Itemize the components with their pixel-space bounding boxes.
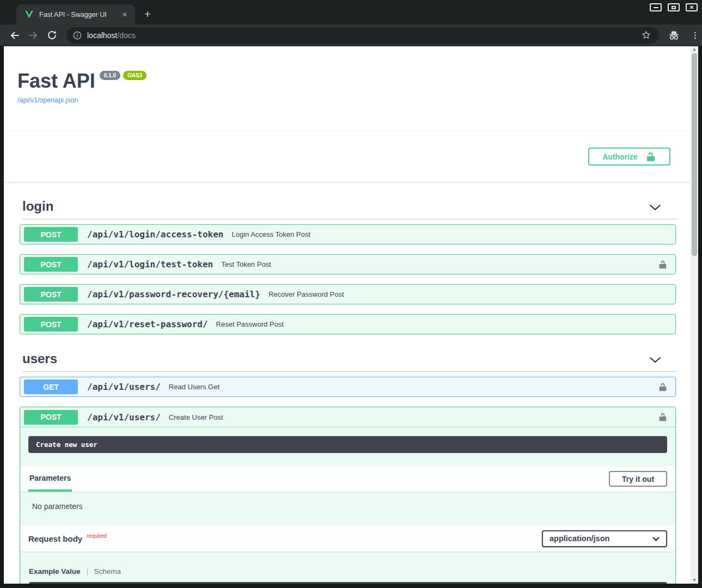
operation-row[interactable]: POST /api/v1/password-recovery/{email} R… <box>20 284 676 304</box>
example-schema-tabs: Example Value Schema <box>29 567 667 575</box>
operation-row[interactable]: POST /api/v1/users/ Create User Post <box>20 407 675 427</box>
unlock-icon <box>658 412 668 422</box>
try-it-out-button[interactable]: Try it out <box>609 471 667 487</box>
method-badge: POST <box>24 410 78 425</box>
api-info: Fast API0.1.0OAS3 /api/v1/openapi.json <box>4 46 691 104</box>
method-badge: POST <box>24 257 78 272</box>
chevron-down-icon[interactable] <box>649 203 661 213</box>
auth-lock-button[interactable] <box>656 410 670 424</box>
browser-tab[interactable]: Fast API - Swagger UI ✕ <box>16 4 135 24</box>
unlock-icon <box>658 382 668 392</box>
minimize-icon <box>654 7 658 8</box>
endpoint-summary: Create User Post <box>169 413 223 421</box>
openapi-spec-link[interactable]: /api/v1/openapi.json <box>17 96 691 104</box>
site-info-icon[interactable] <box>73 31 82 40</box>
section-header-users[interactable]: users <box>22 351 677 372</box>
maximize-icon <box>672 6 676 9</box>
tab-schema[interactable]: Schema <box>87 567 121 575</box>
endpoint-summary: Read Users Get <box>169 383 219 391</box>
url-host: localhost <box>87 31 117 40</box>
endpoint-summary: Test Token Post <box>221 260 271 268</box>
window-maximize-button[interactable] <box>668 3 680 11</box>
browser-titlebar: Fast API - Swagger UI ✕ + ✕ <box>0 0 702 24</box>
operation-description-code: Create new user <box>28 436 667 453</box>
endpoint-path: /api/v1/login/access-token <box>87 229 223 240</box>
authorize-label: Authorize <box>602 152 638 161</box>
browser-menu-icon[interactable]: ⋮ <box>691 31 699 39</box>
back-icon[interactable] <box>7 30 23 41</box>
request-body-label: Request body <box>28 534 82 543</box>
nav-buttons <box>0 30 60 41</box>
endpoint-path: /api/v1/login/test-token <box>87 259 213 270</box>
operation-expanded: POST /api/v1/users/ Create User Post Cre… <box>20 407 676 584</box>
chevron-down-icon[interactable] <box>649 356 661 365</box>
auth-lock-button[interactable] <box>656 258 670 272</box>
operation-row[interactable]: POST /api/v1/reset-password/ Reset Passw… <box>20 314 676 334</box>
unlock-icon <box>658 260 668 270</box>
auth-lock-button[interactable] <box>656 380 670 394</box>
url-text: localhost/docs <box>87 31 136 40</box>
browser-toolbar: localhost/docs ⋮ <box>0 24 702 46</box>
endpoint-path: /api/v1/password-recovery/{email} <box>87 289 260 299</box>
section-header-login[interactable]: login <box>22 199 677 219</box>
chevron-down-icon <box>652 534 660 543</box>
page-title: Fast API <box>17 70 95 93</box>
endpoint-path: /api/v1/users/ <box>87 382 161 392</box>
required-label: required <box>87 533 107 539</box>
tab-example-value[interactable]: Example Value <box>29 567 87 575</box>
content-type-value: application/json <box>550 534 609 543</box>
swagger-page: Fast API0.1.0OAS3 /api/v1/openapi.json A… <box>4 46 691 584</box>
method-badge: POST <box>24 317 78 332</box>
unlock-icon <box>645 151 656 162</box>
users-operations: GET /api/v1/users/ Read Users Get POST /… <box>4 377 691 584</box>
tab-title: Fast API - Swagger UI <box>39 11 120 19</box>
endpoint-path: /api/v1/reset-password/ <box>87 319 208 329</box>
method-badge: POST <box>24 287 78 302</box>
url-path: /docs <box>117 31 135 40</box>
method-badge: POST <box>24 227 78 242</box>
window-minimize-button[interactable] <box>650 3 662 11</box>
endpoint-summary: Login Access Token Post <box>231 230 310 238</box>
window-controls: ✕ <box>650 3 698 11</box>
forward-icon[interactable] <box>25 30 41 41</box>
address-bar[interactable]: localhost/docs <box>66 27 659 44</box>
no-parameters-text: No parameters <box>20 492 675 525</box>
login-operations: POST /api/v1/login/access-token Login Ac… <box>4 224 691 334</box>
operation-row[interactable]: POST /api/v1/login/test-token Test Token… <box>20 254 676 274</box>
authorize-button[interactable]: Authorize <box>588 148 670 166</box>
endpoint-path: /api/v1/users/ <box>87 412 161 422</box>
scroll-down-icon[interactable]: ▼ <box>691 577 698 584</box>
toolbar-right: ⋮ <box>668 30 699 40</box>
operation-row[interactable]: GET /api/v1/users/ Read Users Get <box>20 377 676 397</box>
version-badge: 0.1.0 <box>100 71 120 80</box>
scrollbar-thumb[interactable] <box>692 53 697 256</box>
endpoint-summary: Reset Password Post <box>216 320 284 328</box>
content-type-select[interactable]: application/json <box>542 530 667 547</box>
incognito-icon <box>668 30 680 40</box>
new-tab-icon[interactable]: + <box>141 8 155 21</box>
request-body-header: Request body required application/json <box>20 525 675 552</box>
reload-icon[interactable] <box>44 30 60 41</box>
scroll-up-icon[interactable]: ▲ <box>691 46 698 53</box>
example-code-block: { <box>29 582 667 584</box>
method-badge: GET <box>24 379 78 394</box>
model-example: Example Value Schema { <box>20 552 675 584</box>
parameters-header: Parameters Try it out <box>20 466 675 492</box>
scheme-container: Authorize <box>4 131 691 182</box>
section-title: login <box>22 199 53 214</box>
tab-close-icon[interactable]: ✕ <box>120 10 130 20</box>
endpoint-summary: Recover Password Post <box>268 290 344 298</box>
page-scrollbar[interactable]: ▲ ▼ <box>691 46 698 584</box>
oas-badge: OAS3 <box>123 71 146 80</box>
section-title: users <box>22 351 57 366</box>
close-icon: ✕ <box>689 5 694 10</box>
fastapi-favicon-v-icon <box>25 10 34 19</box>
bookmark-star-icon[interactable] <box>641 30 651 42</box>
window-close-button[interactable]: ✕ <box>686 3 698 11</box>
operation-row[interactable]: POST /api/v1/login/access-token Login Ac… <box>20 224 676 244</box>
tab-parameters[interactable]: Parameters <box>28 466 72 492</box>
parameters-tab-label: Parameters <box>29 474 71 482</box>
